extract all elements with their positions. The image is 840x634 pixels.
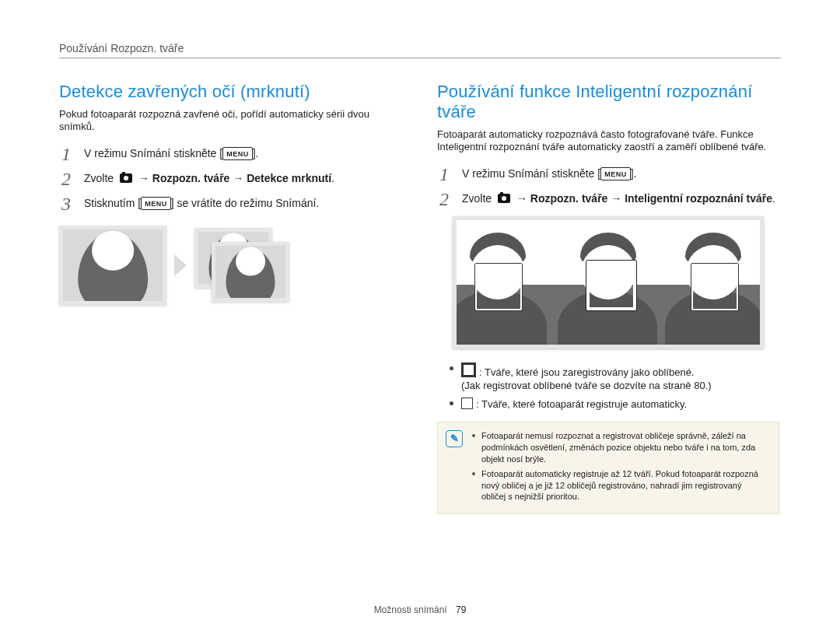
page-footer: Možnosti snímání 79 [0,604,840,615]
step-number: 2 [437,190,451,208]
right-step-1: 1 V režimu Snímání stiskněte [MENU]. [437,166,779,185]
step-text: Stisknutím [MENU] se vrátíte do režimu S… [84,196,319,211]
note-item: Fotoaparát nemusí rozpoznat a registrova… [472,430,768,465]
left-intro: Pokud fotoaparát rozpozná zavřené oči, p… [59,108,401,134]
right-steps: 1 V režimu Snímání stiskněte [MENU]. 2 Z… [437,166,779,210]
arrow-icon [174,254,187,276]
step-number: 1 [437,165,451,184]
legend-item-favorite: : Tváře, které jsou zaregistrovány jako … [450,361,779,393]
bullet-icon [450,401,453,405]
right-step-2: 2 Zvolte → Rozpozn. tváře → Inteligentní… [437,191,779,210]
step-text: Zvolte → Rozpozn. tváře → Detekce mrknut… [84,171,334,186]
left-step-1: 1 V režimu Snímání stiskněte [MENU]. [59,146,401,165]
footer-section: Možnosti snímání [374,604,447,615]
note-item: Fotoaparát automaticky registruje až 12 … [472,468,768,503]
step-text: Zvolte → Rozpozn. tváře → Inteligentní r… [462,191,775,206]
menu-label-icon: MENU [141,197,171,210]
page-header: Používání Rozpozn. tváře [59,42,781,54]
left-step-2: 2 Zvolte → Rozpozn. tváře → Detekce mrkn… [59,171,401,190]
face-detect-box-thin [475,264,522,310]
menu-label-icon: MENU [600,167,631,180]
step-text: V režimu Snímání stiskněte [MENU]. [462,166,636,181]
step-number: 1 [59,145,73,163]
menu-label-icon: MENU [222,147,253,160]
right-column: Používání funkce Inteligentní rozpoznání… [437,82,779,514]
face-detect-box-thin [691,264,738,310]
left-column: Detekce zavřených očí (mrknutí) Pokud fo… [59,82,401,514]
legend-item-auto: : Tváře, které fotoaparát registruje aut… [450,396,779,412]
manual-page: Používání Rozpozn. tváře Detekce zavřený… [0,0,840,634]
legend-subtext: (Jak registrovat oblíbené tváře se dozví… [461,380,712,391]
header-rule [59,58,781,58]
photo-eyes-closed [59,226,166,305]
right-section-title: Používání funkce Inteligentní rozpoznání… [437,82,779,122]
right-intro: Fotoaparát automaticky rozpoznává často … [437,128,779,154]
legend: : Tváře, které jsou zaregistrovány jako … [450,361,779,412]
page-number: 79 [456,604,466,615]
camera-icon [498,194,510,203]
smart-face-recognition-illustration [453,216,764,349]
thin-frame-icon [461,398,473,409]
bullet-icon [450,366,453,370]
blink-detection-illustration [59,226,401,305]
step-number: 2 [59,170,73,188]
content-columns: Detekce zavřených očí (mrknutí) Pokud fo… [59,82,781,514]
face-detect-box-thick [586,261,636,310]
left-section-title: Detekce zavřených očí (mrknutí) [59,82,401,102]
thick-frame-icon [461,363,476,377]
info-icon: ✎ [446,430,463,447]
step-number: 3 [59,194,73,213]
left-step-3: 3 Stisknutím [MENU] se vrátíte do režimu… [59,196,401,215]
step-text: V režimu Snímání stiskněte [MENU]. [84,146,258,161]
note-box: ✎ Fotoaparát nemusí rozpoznat a registro… [437,422,779,514]
left-steps: 1 V režimu Snímání stiskněte [MENU]. 2 Z… [59,146,401,215]
photo-series-2 [212,242,289,302]
camera-icon [120,173,132,183]
